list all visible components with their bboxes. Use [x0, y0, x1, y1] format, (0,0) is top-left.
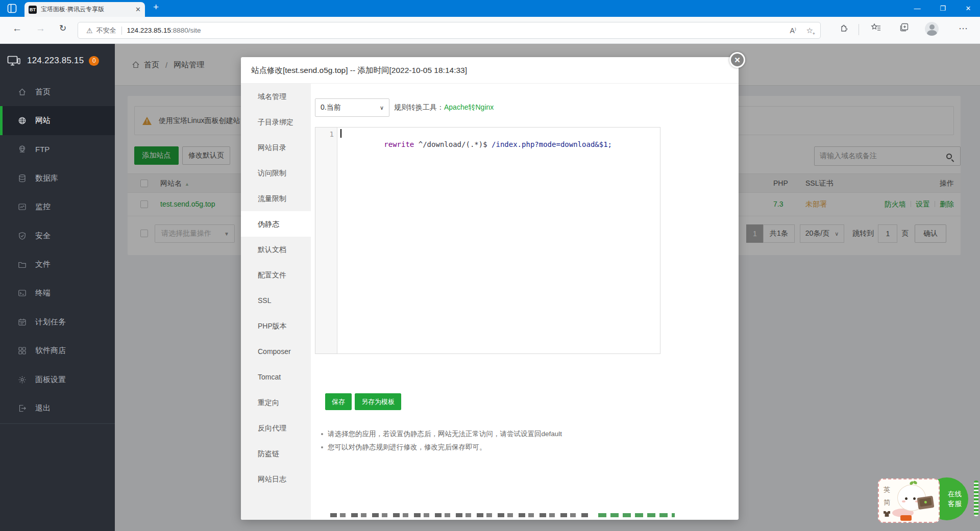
sidebar-item-files[interactable]: 文件	[0, 250, 115, 279]
address-divider	[121, 27, 122, 35]
save-as-template-button[interactable]: 另存为模板	[355, 393, 401, 410]
editor-gutter: 1	[315, 128, 337, 353]
bullet-icon	[321, 433, 323, 435]
modal-close-button[interactable]: ✕	[729, 52, 745, 68]
chat-stripe-indicator	[974, 481, 978, 516]
sidebar-item-ftp[interactable]: FTP	[0, 135, 115, 164]
tab-domain-manage[interactable]: 域名管理	[241, 84, 311, 109]
tab-php-version[interactable]: PHP版本	[241, 313, 311, 339]
globe-icon	[18, 116, 27, 125]
refresh-icon[interactable]: ↻	[59, 23, 66, 34]
tab-site-dir[interactable]: 网站目录	[241, 135, 311, 160]
tab-subdir-bind[interactable]: 子目录绑定	[241, 109, 311, 135]
sidebar-menu: 首页 网站 FTP 数据库 监控 安全	[0, 78, 115, 424]
chevron-down-icon: ∨	[380, 105, 384, 111]
close-icon: ✕	[734, 56, 741, 64]
sidebar-item-home[interactable]: 首页	[0, 78, 115, 106]
shirt-icon	[884, 511, 890, 517]
sidebar-item-cron[interactable]: 计划任务	[0, 308, 115, 336]
text-cursor	[340, 129, 341, 138]
clipped-text-row	[330, 513, 591, 517]
tab-config-file[interactable]: 配置文件	[241, 262, 311, 288]
clipped-text-row	[598, 513, 675, 517]
laptop-icon	[917, 496, 935, 510]
read-aloud-icon[interactable]: A)	[790, 27, 796, 35]
logout-icon	[18, 404, 27, 413]
not-secure-warning-icon: ⚠	[86, 27, 93, 35]
shield-icon	[18, 232, 27, 240]
window-close-button[interactable]: ✕	[957, 0, 980, 17]
note-text: 您可以对伪静态规则进行修改，修改完后保存即可。	[328, 443, 486, 452]
apache-to-nginx-link[interactable]: Apache转Nginx	[444, 103, 494, 112]
server-monitor-icon	[7, 55, 20, 66]
sidebar-item-logout[interactable]: 退出	[0, 394, 115, 422]
browser-menu-icon[interactable]: ⋯	[959, 23, 968, 34]
database-icon	[18, 174, 27, 183]
sidebar-item-monitor[interactable]: 监控	[0, 193, 115, 221]
server-ip: 124.223.85.15	[27, 56, 84, 66]
home-icon	[18, 88, 27, 96]
browser-window: BT 宝塔面板·腾讯云专享版 ✕ + — ❐ ✕ ← → ↻ ⚠ 不安全 124…	[0, 0, 980, 531]
tab-hotlink[interactable]: 防盗链	[241, 441, 311, 466]
sidebar-item-security[interactable]: 安全	[0, 221, 115, 250]
forward-icon[interactable]: →	[36, 23, 45, 34]
sticker-label: 英	[884, 485, 890, 494]
sidebar-item-website[interactable]: 网站	[0, 106, 115, 135]
add-favorite-icon[interactable]: ☆+	[806, 26, 813, 35]
tab-reverse-proxy[interactable]: 反向代理	[241, 415, 311, 441]
grid-icon	[18, 346, 27, 355]
new-tab-button[interactable]: +	[153, 2, 159, 13]
sidebar-item-settings[interactable]: 面板设置	[0, 365, 115, 394]
tab-ssl[interactable]: SSL	[241, 288, 311, 313]
tab-title: 宝塔面板·腾讯云专享版	[41, 5, 132, 14]
sidebar-item-terminal[interactable]: 终端	[0, 279, 115, 308]
not-secure-label: 不安全	[96, 26, 116, 35]
editor-code-line[interactable]: rewrite ^/download/(.*)$ /index.php?mode…	[337, 128, 660, 353]
rewrite-notes: 请选择您的应用，若设置伪静态后，网站无法正常访问，请尝试设置回default 您…	[321, 427, 562, 454]
terminal-icon	[18, 289, 27, 297]
address-bar[interactable]: ⚠ 不安全 124.223.85.15 :8880/site A) ☆+	[78, 22, 821, 39]
rewrite-template-select[interactable]: 0.当前 ∨	[315, 98, 389, 117]
tab-redirect[interactable]: 重定向	[241, 390, 311, 415]
avatar-head	[929, 24, 935, 30]
sidebar-item-database[interactable]: 数据库	[0, 164, 115, 192]
toolbar-divider	[859, 24, 859, 35]
extensions-icon[interactable]	[840, 23, 849, 32]
collections-icon[interactable]	[899, 23, 909, 32]
browser-tab-active[interactable]: BT 宝塔面板·腾讯云专享版 ✕	[24, 2, 145, 17]
rewrite-code-editor[interactable]: 1 rewrite ^/download/(.*)$ /index.php?mo…	[315, 127, 660, 354]
chat-sticker[interactable]: 英 简	[878, 478, 940, 523]
sidebar-divider	[0, 423, 115, 424]
tab-default-doc[interactable]: 默认文档	[241, 237, 311, 262]
notification-badge[interactable]: 0	[89, 56, 99, 66]
tab-site-log[interactable]: 网站日志	[241, 466, 311, 492]
browser-tabbar: BT 宝塔面板·腾讯云专享版 ✕ + — ❐ ✕	[0, 0, 980, 17]
avatar-body	[927, 30, 937, 36]
calendar-icon	[18, 318, 27, 326]
tab-traffic-limit[interactable]: 流量限制	[241, 186, 311, 211]
url-path: :8880/site	[171, 27, 201, 34]
modal-tab-list: 域名管理 子目录绑定 网站目录 访问限制 流量限制 伪静态 默认文档 配置文件 …	[241, 84, 311, 520]
save-button[interactable]: 保存	[325, 393, 352, 410]
sidebar-server[interactable]: 124.223.85.15 0	[0, 44, 115, 78]
tab-close-icon[interactable]: ✕	[135, 6, 141, 13]
url-host: 124.223.85.15	[127, 27, 171, 34]
favorites-icon[interactable]	[871, 23, 881, 32]
sticker-label: 简	[884, 498, 890, 507]
sticker-orange-item	[900, 515, 912, 521]
tab-rewrite[interactable]: 伪静态	[241, 211, 311, 237]
window-restore-button[interactable]: ❐	[931, 0, 954, 17]
tab-tomcat[interactable]: Tomcat	[241, 364, 311, 390]
modal-title: 站点修改[test.send.o5g.top] -- 添加时间[2022-10-…	[241, 57, 739, 84]
back-icon[interactable]: ←	[12, 23, 22, 34]
window-minimize-button[interactable]: —	[905, 0, 929, 17]
sprout-icon	[910, 481, 917, 485]
sidebar-item-appstore[interactable]: 软件商店	[0, 337, 115, 365]
monitor-chart-icon	[18, 203, 27, 211]
tab-activities-icon[interactable]	[7, 4, 17, 13]
tab-access-limit[interactable]: 访问限制	[241, 160, 311, 186]
profile-avatar[interactable]	[925, 22, 939, 36]
tab-composer[interactable]: Composer	[241, 339, 311, 364]
convert-tool-label: 规则转换工具：	[394, 103, 444, 112]
browser-toolbar: ← → ↻ ⚠ 不安全 124.223.85.15 :8880/site A) …	[0, 17, 980, 44]
